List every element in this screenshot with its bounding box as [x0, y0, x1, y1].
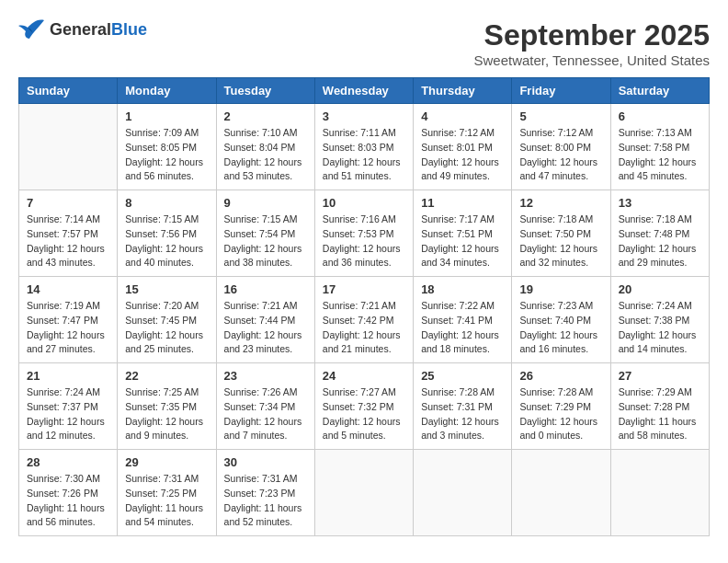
day-info: Sunrise: 7:11 AM Sunset: 8:03 PM Dayligh… — [323, 126, 405, 184]
day-number: 20 — [619, 282, 701, 296]
calendar-table: SundayMondayTuesdayWednesdayThursdayFrid… — [18, 77, 710, 536]
calendar-cell — [314, 450, 413, 536]
day-number: 21 — [27, 369, 109, 383]
day-number: 1 — [125, 109, 208, 123]
calendar-cell: 25Sunrise: 7:28 AM Sunset: 7:31 PM Dayli… — [414, 363, 512, 450]
calendar-cell: 29Sunrise: 7:31 AM Sunset: 7:25 PM Dayli… — [118, 450, 216, 536]
day-info: Sunrise: 7:12 AM Sunset: 8:00 PM Dayligh… — [519, 126, 602, 184]
day-header-friday: Friday — [512, 78, 610, 104]
calendar-cell: 21Sunrise: 7:24 AM Sunset: 7:37 PM Dayli… — [19, 363, 118, 450]
logo-general: General — [50, 20, 111, 39]
day-number: 15 — [125, 282, 208, 296]
calendar-cell: 6Sunrise: 7:13 AM Sunset: 7:58 PM Daylig… — [610, 104, 709, 190]
day-info: Sunrise: 7:26 AM Sunset: 7:34 PM Dayligh… — [224, 385, 307, 443]
calendar-cell: 17Sunrise: 7:21 AM Sunset: 7:42 PM Dayli… — [314, 277, 413, 363]
week-row-3: 14Sunrise: 7:19 AM Sunset: 7:47 PM Dayli… — [19, 277, 710, 363]
week-row-4: 21Sunrise: 7:24 AM Sunset: 7:37 PM Dayli… — [19, 363, 710, 450]
calendar-cell: 26Sunrise: 7:28 AM Sunset: 7:29 PM Dayli… — [512, 363, 610, 450]
day-info: Sunrise: 7:24 AM Sunset: 7:38 PM Dayligh… — [619, 299, 701, 357]
day-info: Sunrise: 7:31 AM Sunset: 7:23 PM Dayligh… — [224, 472, 307, 530]
day-info: Sunrise: 7:21 AM Sunset: 7:42 PM Dayligh… — [323, 299, 405, 357]
day-number: 24 — [323, 369, 405, 383]
calendar-cell — [512, 450, 610, 536]
calendar-cell: 14Sunrise: 7:19 AM Sunset: 7:47 PM Dayli… — [19, 277, 118, 363]
day-header-wednesday: Wednesday — [314, 78, 413, 104]
day-number: 5 — [519, 109, 602, 123]
day-header-saturday: Saturday — [610, 78, 709, 104]
day-number: 6 — [619, 109, 701, 123]
day-number: 22 — [125, 369, 208, 383]
calendar-cell: 16Sunrise: 7:21 AM Sunset: 7:44 PM Dayli… — [216, 277, 314, 363]
day-info: Sunrise: 7:17 AM Sunset: 7:51 PM Dayligh… — [421, 213, 504, 270]
month-title: September 2025 — [473, 18, 710, 52]
calendar-cell: 22Sunrise: 7:25 AM Sunset: 7:35 PM Dayli… — [118, 363, 216, 450]
day-info: Sunrise: 7:31 AM Sunset: 7:25 PM Dayligh… — [125, 472, 208, 530]
day-number: 4 — [421, 109, 504, 123]
week-row-1: 1Sunrise: 7:09 AM Sunset: 8:05 PM Daylig… — [19, 104, 710, 190]
day-number: 9 — [224, 196, 307, 210]
day-number: 2 — [224, 109, 307, 123]
day-info: Sunrise: 7:28 AM Sunset: 7:31 PM Dayligh… — [421, 385, 504, 443]
day-number: 13 — [619, 196, 701, 210]
logo-blue: Blue — [111, 20, 147, 39]
day-info: Sunrise: 7:30 AM Sunset: 7:26 PM Dayligh… — [27, 472, 109, 530]
day-info: Sunrise: 7:25 AM Sunset: 7:35 PM Dayligh… — [125, 385, 208, 443]
day-header-thursday: Thursday — [414, 78, 512, 104]
calendar-cell: 27Sunrise: 7:29 AM Sunset: 7:28 PM Dayli… — [610, 363, 709, 450]
day-info: Sunrise: 7:16 AM Sunset: 7:53 PM Dayligh… — [323, 213, 405, 270]
calendar-cell: 30Sunrise: 7:31 AM Sunset: 7:23 PM Dayli… — [216, 450, 314, 536]
week-row-5: 28Sunrise: 7:30 AM Sunset: 7:26 PM Dayli… — [19, 450, 710, 536]
day-number: 3 — [323, 109, 405, 123]
day-info: Sunrise: 7:14 AM Sunset: 7:57 PM Dayligh… — [27, 213, 109, 270]
day-header-tuesday: Tuesday — [216, 78, 314, 104]
calendar-cell: 23Sunrise: 7:26 AM Sunset: 7:34 PM Dayli… — [216, 363, 314, 450]
logo-text: GeneralBlue — [50, 20, 147, 40]
day-number: 26 — [519, 369, 602, 383]
logo-bird-icon — [18, 18, 46, 40]
calendar-cell — [610, 450, 709, 536]
calendar-header-row: SundayMondayTuesdayWednesdayThursdayFrid… — [19, 78, 710, 104]
calendar-cell: 19Sunrise: 7:23 AM Sunset: 7:40 PM Dayli… — [512, 277, 610, 363]
day-header-monday: Monday — [118, 78, 216, 104]
day-info: Sunrise: 7:18 AM Sunset: 7:48 PM Dayligh… — [619, 213, 701, 270]
calendar-cell — [19, 104, 118, 190]
day-header-sunday: Sunday — [19, 78, 118, 104]
calendar-cell: 12Sunrise: 7:18 AM Sunset: 7:50 PM Dayli… — [512, 190, 610, 277]
day-number: 19 — [519, 282, 602, 296]
day-number: 30 — [224, 455, 307, 469]
calendar-cell: 7Sunrise: 7:14 AM Sunset: 7:57 PM Daylig… — [19, 190, 118, 277]
page-header: GeneralBlue September 2025 Sweetwater, T… — [18, 18, 710, 68]
day-number: 29 — [125, 455, 208, 469]
day-info: Sunrise: 7:15 AM Sunset: 7:56 PM Dayligh… — [125, 213, 208, 270]
day-number: 23 — [224, 369, 307, 383]
day-info: Sunrise: 7:19 AM Sunset: 7:47 PM Dayligh… — [27, 299, 109, 357]
calendar-cell: 2Sunrise: 7:10 AM Sunset: 8:04 PM Daylig… — [216, 104, 314, 190]
day-number: 12 — [519, 196, 602, 210]
day-info: Sunrise: 7:09 AM Sunset: 8:05 PM Dayligh… — [125, 126, 208, 184]
day-number: 17 — [323, 282, 405, 296]
day-info: Sunrise: 7:24 AM Sunset: 7:37 PM Dayligh… — [27, 385, 109, 443]
calendar-cell: 8Sunrise: 7:15 AM Sunset: 7:56 PM Daylig… — [118, 190, 216, 277]
calendar-cell: 20Sunrise: 7:24 AM Sunset: 7:38 PM Dayli… — [610, 277, 709, 363]
location-title: Sweetwater, Tennessee, United States — [473, 52, 710, 68]
calendar-cell: 1Sunrise: 7:09 AM Sunset: 8:05 PM Daylig… — [118, 104, 216, 190]
day-info: Sunrise: 7:22 AM Sunset: 7:41 PM Dayligh… — [421, 299, 504, 357]
day-info: Sunrise: 7:20 AM Sunset: 7:45 PM Dayligh… — [125, 299, 208, 357]
calendar-cell: 3Sunrise: 7:11 AM Sunset: 8:03 PM Daylig… — [314, 104, 413, 190]
calendar-cell: 28Sunrise: 7:30 AM Sunset: 7:26 PM Dayli… — [19, 450, 118, 536]
day-info: Sunrise: 7:23 AM Sunset: 7:40 PM Dayligh… — [519, 299, 602, 357]
day-info: Sunrise: 7:18 AM Sunset: 7:50 PM Dayligh… — [519, 213, 602, 270]
day-info: Sunrise: 7:12 AM Sunset: 8:01 PM Dayligh… — [421, 126, 504, 184]
calendar-cell: 24Sunrise: 7:27 AM Sunset: 7:32 PM Dayli… — [314, 363, 413, 450]
calendar-cell: 9Sunrise: 7:15 AM Sunset: 7:54 PM Daylig… — [216, 190, 314, 277]
day-info: Sunrise: 7:21 AM Sunset: 7:44 PM Dayligh… — [224, 299, 307, 357]
day-number: 14 — [27, 282, 109, 296]
calendar-cell: 11Sunrise: 7:17 AM Sunset: 7:51 PM Dayli… — [414, 190, 512, 277]
title-area: September 2025 Sweetwater, Tennessee, Un… — [473, 18, 710, 68]
day-info: Sunrise: 7:15 AM Sunset: 7:54 PM Dayligh… — [224, 213, 307, 270]
day-info: Sunrise: 7:27 AM Sunset: 7:32 PM Dayligh… — [323, 385, 405, 443]
calendar-cell — [414, 450, 512, 536]
calendar-cell: 10Sunrise: 7:16 AM Sunset: 7:53 PM Dayli… — [314, 190, 413, 277]
day-number: 18 — [421, 282, 504, 296]
day-number: 7 — [27, 196, 109, 210]
